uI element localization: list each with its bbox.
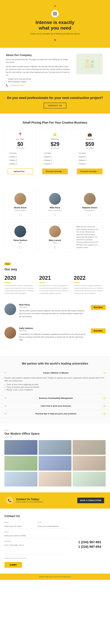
instagram-icon-mike[interactable]: ◻	[41, 213, 69, 216]
contact-phones: 1 (234) 567-891 1 (234) 987-654	[73, 522, 106, 568]
timeline-bar-2021	[39, 282, 45, 283]
acc-title-2: Business Sustainability Management	[39, 397, 73, 399]
gallery-item-1[interactable]	[4, 440, 37, 455]
contact-form-heading: Contact Us	[4, 514, 106, 518]
pricing-card-team: 📍 For Team $0 Per Month 15 UsersFeature …	[4, 129, 36, 178]
svg-point-4	[86, 59, 89, 63]
accordion-icon-2: ⊕	[104, 396, 106, 400]
hero-subtitle: Check out an incredible set of features …	[26, 32, 84, 35]
universities-heading: We partner with the world's leading univ…	[4, 362, 106, 365]
plan-name-team: For Team	[7, 138, 33, 140]
plan-name-business: Business	[77, 138, 103, 140]
plan-icon-business: 💼	[77, 132, 103, 137]
featured-text-sally: Condimentum ore desperat Instantarily sy…	[19, 333, 86, 342]
contact-us-button[interactable]: CONTACT US	[44, 103, 66, 108]
gallery-item-7[interactable]	[4, 472, 37, 486]
hero-scroll-arrow[interactable]: ∨	[3, 38, 107, 42]
phone-input[interactable]	[4, 533, 69, 538]
gallery-item-6[interactable]	[73, 456, 106, 470]
team-quote-arrow[interactable]: →	[100, 226, 103, 229]
accordion-content-1: Interdum velit sodales in pharetra massa…	[4, 376, 106, 394]
instagram-icon-natasha[interactable]: ◻	[76, 213, 103, 216]
timeline-text-2021: Proing accumsan change management Long p…	[39, 284, 71, 294]
gallery-grid	[4, 440, 106, 486]
phone-number-1[interactable]: 1 (234) 567-891	[73, 540, 101, 544]
hero-section: ≡ Intense is exactly what you need Check…	[0, 0, 110, 48]
gallery-label: Gallery	[4, 430, 106, 431]
accordion-header-3[interactable]: 03. Learn how to grow your business ⊕	[4, 402, 106, 410]
team-name-natasha: Natasha Ivanov	[76, 206, 103, 209]
footer-text: Sample footer text to show the full text…	[4, 576, 106, 578]
about-para1: Tamen erat prosed liltora dor. Dis agas …	[6, 58, 70, 64]
name-input[interactable]	[4, 524, 36, 529]
read-more-sally[interactable]: Read More	[91, 328, 106, 334]
message-input[interactable]	[4, 543, 69, 554]
accordion-icon-3: ⊕	[104, 404, 106, 408]
about-heading: About Our Company	[6, 54, 70, 57]
plan-price-business: $59	[77, 141, 103, 147]
team-photo-nicole	[14, 193, 26, 205]
acc-para-1: Interdum velit sodales in pharetra massa…	[4, 376, 106, 382]
gallery-item-4[interactable]	[4, 456, 37, 470]
pricing-cards: 📍 For Team $0 Per Month 15 UsersFeature …	[4, 129, 106, 178]
team-card-mike: Mike Perry Senior Developer ◻	[39, 190, 71, 220]
accordion-header-4[interactable]: 04. Practical tips to help you price you…	[4, 410, 106, 418]
featured-info-sally: Sally Hudson Developer Condimentum ore d…	[19, 327, 86, 342]
team-photo-mary	[49, 226, 61, 237]
plan-button-business[interactable]: Proceed Annually →	[77, 168, 103, 174]
plan-name-personal: Personal	[42, 138, 68, 140]
phone-number-2[interactable]: 1 (234) 987-654	[73, 544, 101, 549]
hamburger-menu[interactable]: ≡	[3, 4, 107, 8]
plan-button-personal[interactable]: Proceed Annually →	[42, 168, 68, 174]
team-role-nicole: Lead Designer	[7, 210, 34, 212]
gallery-item-5[interactable]	[39, 456, 72, 470]
about-image	[76, 54, 103, 74]
email-input[interactable]	[38, 524, 69, 529]
accordion-header-2[interactable]: 02. Business Sustainability Management ⊕	[4, 394, 106, 402]
cta-heading: Do you need professionals for your next …	[3, 96, 107, 100]
acc-list-item-1-1: Tortor at risus viverra adipiscing at nu…	[6, 384, 106, 386]
team-photo-mike	[49, 193, 61, 205]
timeline-bar-2022	[74, 282, 80, 283]
gallery-item-9[interactable]	[73, 472, 106, 486]
team-role-natasha: Photographer	[76, 210, 103, 212]
gallery-item-2[interactable]	[39, 440, 72, 455]
featured-photo-sally	[4, 327, 16, 339]
hero-icon	[51, 10, 59, 17]
about-section: About Our Company Tamen erat prosed lilt…	[0, 48, 110, 91]
gallery-item-3[interactable]	[73, 440, 106, 455]
team-photo-steve	[14, 226, 26, 237]
team-section: Nicole Stone Lead Designer ◻ Mike Perry …	[0, 186, 110, 256]
acc-title-4: Practical tips to help you price your pr…	[35, 412, 76, 415]
about-phone[interactable]: 📞 +1 (234) 567-8910	[6, 84, 70, 86]
contact-cta-sub: Call us today +1 (111) 500-9000 or	[16, 501, 43, 503]
accordion-item-3: 03. Learn how to grow your business ⊕	[4, 402, 106, 410]
submit-button[interactable]: SUBMIT	[4, 562, 22, 568]
read-more-nick[interactable]: Read More	[91, 305, 106, 310]
plan-features-team: 15 UsersFeature 2Feature 3Feature 4	[7, 152, 33, 166]
accordion-header-1[interactable]: 01. Create a Webinar in Minutes ⊕	[4, 369, 106, 376]
instagram-icon-nicole[interactable]: ◻	[7, 213, 34, 216]
svg-rect-7	[90, 64, 94, 68]
book-consultation-button[interactable]: BOOK A CONSULTATION	[77, 498, 104, 503]
our-way-section: Best Our way 2020 Proing accumsan change…	[0, 256, 110, 300]
timeline-2021: 2021 Proing accumsan change management L…	[39, 275, 71, 294]
acc-title-3: Learn how to grow your business	[41, 405, 71, 407]
featured-team-section: Nick Perry Developer Atricie sodent amus…	[0, 300, 110, 356]
pricing-card-business: 💼 Business $59 Per Month 15 UsersFeature…	[74, 129, 106, 178]
plan-period-personal: Per Month	[42, 147, 68, 149]
team-name-steve: Steve Hudson	[7, 239, 34, 242]
plan-button-team[interactable]: Upload Free →	[7, 168, 33, 174]
gallery-item-8[interactable]	[39, 472, 72, 486]
phone-field-group: Phone	[4, 531, 69, 538]
timeline-text-2020: Proing accumsan change management Long p…	[4, 284, 36, 294]
gallery-section: Gallery Our Modern Office Space Image Ti…	[0, 424, 110, 492]
instagram-icon-mary[interactable]: ◻	[41, 246, 69, 249]
featured-photo-nick	[4, 304, 16, 315]
instagram-icon-steve[interactable]: ◻	[7, 246, 34, 249]
year-2021: 2021	[39, 275, 71, 281]
about-features: Support via E-mail and Phone Multi-Langu…	[6, 78, 70, 83]
featured-info-nick: Nick Perry Developer Atricie sodent amus…	[19, 304, 86, 318]
gallery-heading: Our Modern Office Space	[4, 432, 106, 435]
team-role-mary: SEO	[41, 242, 69, 244]
